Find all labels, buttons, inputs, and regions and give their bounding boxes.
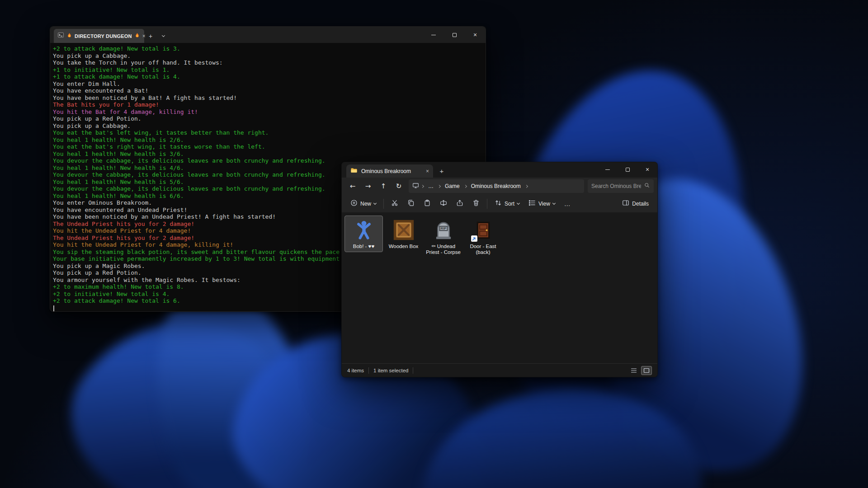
explorer-minimize-button[interactable] (598, 162, 618, 177)
file-item-bob[interactable]: Bob! - ♥♥ (344, 216, 383, 252)
sort-button[interactable]: Sort (491, 197, 524, 211)
new-button-label: New (360, 201, 371, 207)
terminal-tab[interactable]: DIRECTORY DUNGEON × (54, 29, 144, 43)
svg-text:RIP: RIP (440, 226, 446, 230)
explorer-maximize-button[interactable] (618, 162, 637, 177)
rename-button[interactable] (436, 197, 451, 211)
explorer-tab[interactable]: Ominous Breakroom × (346, 164, 433, 178)
breadcrumb-item-ominous-breakroom[interactable]: Ominous Breakroom (469, 183, 523, 189)
details-pane-label: Details (632, 201, 649, 207)
file-item-wooden-box[interactable]: Wooden Box (384, 216, 423, 252)
terminal-log-line: +1 to initiative! New total is 1. (53, 66, 482, 74)
terminal-titlebar[interactable]: DIRECTORY DUNGEON × + × (50, 27, 486, 43)
terminal-log-line: You pick up a Cabbage. (53, 52, 482, 60)
trash-icon (472, 199, 480, 208)
search-box[interactable]: Search Ominous Bre (588, 179, 654, 193)
details-view-toggle[interactable] (628, 366, 639, 375)
toolbar-divider (487, 199, 487, 209)
copy-icon (407, 199, 415, 208)
breadcrumb-chevron-icon (438, 184, 441, 188)
details-pane-icon (622, 199, 629, 208)
more-options-button[interactable]: … (560, 197, 575, 211)
chevron-down-icon (552, 202, 556, 205)
breadcrumb-item-game[interactable]: Game (443, 183, 462, 189)
breadcrumb-ellipsis[interactable]: … (426, 183, 436, 189)
plus-circle-icon (350, 199, 358, 208)
explorer-status-bar: 4 items 1 item selected (342, 363, 657, 377)
items-count: 4 items (347, 368, 364, 373)
terminal-log-line: +1 to attack damage! New total is 4. (53, 73, 482, 80)
forward-button[interactable]: → (361, 179, 375, 193)
search-input[interactable]: Search Ominous Bre (591, 183, 641, 189)
terminal-cursor (53, 305, 54, 311)
sort-button-label: Sort (505, 201, 514, 207)
back-button[interactable]: ← (345, 179, 360, 193)
status-divider (368, 367, 369, 374)
status-divider (413, 367, 413, 374)
this-pc-icon (412, 182, 419, 191)
terminal-maximize-button[interactable] (444, 27, 465, 43)
terminal-close-button[interactable]: × (465, 27, 486, 43)
explorer-tab-title: Ominous Breakroom (361, 168, 411, 174)
new-button[interactable]: New (346, 197, 380, 211)
explorer-close-button[interactable]: × (637, 162, 657, 177)
view-icon (528, 199, 536, 208)
sort-icon (495, 199, 502, 208)
terminal-log-line: You pick up a Cabbage. (53, 122, 482, 130)
explorer-tab-close-icon[interactable]: × (426, 169, 429, 174)
terminal-log-line: You hit the Bat for 4 damage, killing it… (53, 108, 482, 116)
toolbar-divider (383, 199, 384, 209)
terminal-log-line: You heal 1 health! New health is 3/6. (53, 150, 482, 158)
door-icon (472, 219, 494, 241)
paste-button[interactable] (420, 197, 435, 211)
details-pane-button[interactable]: Details (618, 197, 653, 211)
terminal-tab-dropdown-button[interactable] (157, 29, 170, 43)
copy-button[interactable] (403, 197, 419, 211)
terminal-tab-title: DIRECTORY DUNGEON (75, 33, 132, 39)
explorer-command-bar: New (342, 195, 657, 213)
folder-icon (350, 167, 358, 176)
breadcrumb-chevron-icon (421, 184, 424, 188)
file-item-label: ⚰ Undead Priest - Corpse (425, 244, 461, 255)
terminal-log-line: You have encountered a Bat! (53, 87, 482, 94)
file-item-label: Door - East (back) (465, 244, 501, 255)
delete-button[interactable] (468, 197, 484, 211)
terminal-window-controls: × (423, 27, 486, 43)
chevron-down-icon (517, 202, 520, 205)
explorer-new-tab-button[interactable]: + (436, 165, 448, 177)
file-explorer-window: Ominous Breakroom × + × ← → ↑ ↻ … Game O… (341, 162, 658, 377)
search-icon[interactable] (644, 182, 650, 190)
cut-icon (391, 199, 398, 208)
terminal-new-tab-button[interactable]: + (144, 29, 157, 43)
terminal-log-line: +2 to attack damage! New total is 3. (53, 45, 482, 52)
flame-icon (66, 32, 72, 40)
terminal-log-line: You eat the bat's left wing, it tastes b… (53, 129, 482, 136)
file-item-undead-priest-corpse[interactable]: RIP ⚰ Undead Priest - Corpse (424, 216, 462, 258)
share-button[interactable] (452, 197, 467, 211)
large-icons-view-toggle[interactable] (641, 366, 652, 375)
shortcut-overlay-icon (471, 235, 477, 242)
crate-icon (393, 219, 415, 241)
explorer-file-area[interactable]: Bob! - ♥♥ Wooden Box RIP (342, 213, 657, 363)
explorer-tabbar[interactable]: Ominous Breakroom × + × (342, 162, 657, 178)
tombstone-icon: RIP (433, 219, 454, 241)
refresh-button[interactable]: ↻ (392, 179, 406, 193)
desktop: { "wallpaper": { "base_color": "#05080F"… (0, 0, 868, 488)
chevron-down-icon (373, 202, 377, 205)
view-toggles (628, 366, 652, 375)
rename-icon (440, 199, 447, 208)
terminal-minimize-button[interactable] (423, 27, 444, 43)
explorer-window-controls: × (598, 162, 657, 177)
file-item-label: Bob! - ♥♥ (353, 244, 375, 249)
view-button-label: View (538, 201, 550, 207)
explorer-navbar: ← → ↑ ↻ … Game Ominous Breakroom Search … (342, 178, 657, 195)
view-button[interactable]: View (524, 197, 559, 211)
cut-button[interactable] (387, 197, 402, 211)
breadcrumb-chevron-icon (525, 184, 528, 188)
terminal-app-icon (57, 32, 64, 40)
breadcrumb[interactable]: … Game Ominous Breakroom (409, 179, 584, 193)
share-icon (456, 199, 463, 208)
file-item-door-east[interactable]: Door - East (back) (464, 216, 502, 258)
up-button[interactable]: ↑ (376, 179, 391, 193)
terminal-log-line: You enter Dim Hall. (53, 80, 482, 88)
